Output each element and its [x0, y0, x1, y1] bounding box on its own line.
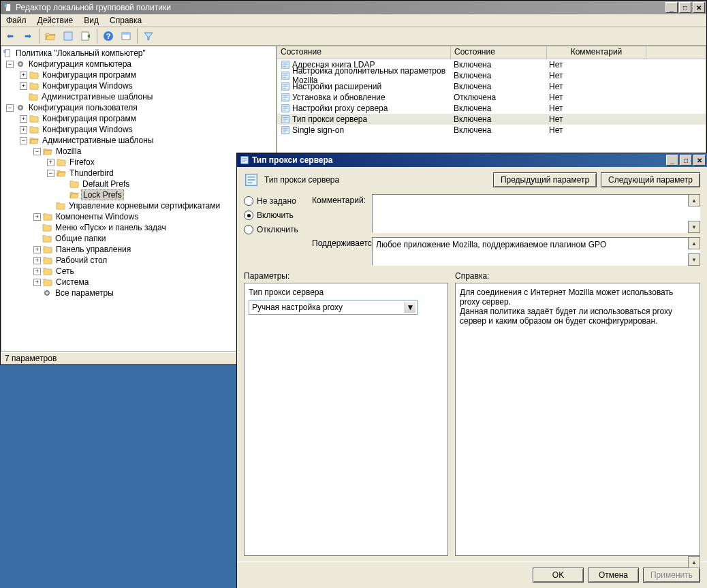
cancel-button[interactable]: Отмена: [588, 568, 639, 583]
status-text: 7 параметров: [1, 352, 268, 365]
minimize-button[interactable]: _: [665, 2, 678, 13]
filter-button[interactable]: [140, 28, 157, 44]
folder-icon: [43, 146, 52, 156]
tree-conf-computer[interactable]: Конфигурация компьютера: [27, 59, 133, 69]
close-button[interactable]: ✕: [693, 2, 705, 13]
scroll-up-icon[interactable]: ▲: [688, 556, 700, 568]
expand-toggle[interactable]: −: [6, 61, 14, 68]
tree-item[interactable]: Административные шаблоны: [41, 136, 155, 145]
col-comment[interactable]: Комментарий: [547, 46, 646, 59]
tree-conf-user[interactable]: Конфигурация пользователя: [27, 103, 139, 112]
nav-back-button[interactable]: ⬅: [2, 28, 18, 44]
expand-toggle[interactable]: +: [33, 279, 41, 286]
tree-item[interactable]: Конфигурация программ: [41, 70, 138, 80]
expand-toggle[interactable]: −: [47, 170, 54, 177]
tree-root[interactable]: Политика "Локальный компьютер": [14, 48, 147, 58]
maximize-button[interactable]: □: [679, 2, 691, 13]
main-titlebar[interactable]: Редактор локальной групповой политики _ …: [1, 1, 706, 14]
folder-icon: [43, 277, 52, 287]
help-button[interactable]: ?: [100, 28, 116, 44]
expand-toggle[interactable]: +: [33, 213, 41, 221]
prev-param-button[interactable]: Предыдущий параметр: [493, 172, 597, 187]
expand-toggle[interactable]: −: [33, 148, 41, 155]
col-state[interactable]: Состояние: [277, 46, 451, 59]
tree-item[interactable]: Общие папки: [54, 234, 107, 243]
tree-item[interactable]: Административные шаблоны: [40, 92, 154, 102]
tree-item[interactable]: Сеть: [54, 266, 76, 276]
folder-icon: [43, 212, 52, 221]
dialog-titlebar[interactable]: Тип прокси сервера _ □ ✕: [237, 153, 707, 167]
tree-item[interactable]: Конфигурация программ: [41, 114, 138, 123]
tree-mozilla[interactable]: Mozilla: [54, 146, 82, 156]
list-item-name: Single sign-on: [292, 125, 344, 135]
list-view-button[interactable]: [60, 28, 76, 44]
tree-thunderbird[interactable]: Thunderbird: [68, 168, 115, 178]
tree-item[interactable]: Система: [54, 277, 90, 287]
radio-not-set[interactable]: Не задано: [244, 194, 312, 208]
tree-item[interactable]: Конфигурация Windows: [41, 81, 134, 91]
radio-enable[interactable]: Включить: [244, 208, 312, 223]
expand-toggle[interactable]: −: [20, 137, 27, 144]
col-state2[interactable]: Состояние: [451, 46, 547, 59]
list-item-name: Тип прокси сервера: [292, 114, 367, 124]
tree-all-params[interactable]: Все параметры: [54, 288, 115, 298]
comment-textarea[interactable]: [372, 194, 700, 233]
tree-item[interactable]: Конфигурация Windows: [41, 125, 134, 134]
list-row[interactable]: Настройки расширенийВключенаНет: [277, 81, 706, 92]
list-item-comment: Нет: [549, 93, 563, 102]
expand-toggle[interactable]: +: [20, 82, 27, 90]
tree-item[interactable]: Компоненты Windows: [54, 212, 140, 221]
minimize-button[interactable]: _: [666, 155, 678, 166]
list-row[interactable]: Настройка дополнительных параметров Mozi…: [277, 70, 706, 81]
expand-toggle[interactable]: +: [47, 159, 54, 166]
folder-icon: [29, 70, 39, 80]
folder-icon: [42, 234, 52, 243]
expand-toggle[interactable]: +: [33, 246, 41, 253]
export-button[interactable]: [78, 28, 94, 44]
menu-file[interactable]: Файл: [1, 14, 32, 27]
list-row[interactable]: Тип прокси сервераВключенаНет: [277, 114, 706, 125]
proxy-type-select[interactable]: Ручная настройка proxy ▼: [249, 300, 418, 315]
list-row[interactable]: Установка и обновлениеОтключенаНет: [277, 92, 706, 103]
expand-toggle[interactable]: +: [20, 115, 27, 123]
list-item-name: Настройки расширений: [292, 82, 381, 91]
gear-icon: [16, 59, 25, 69]
scroll-up-icon[interactable]: ▲: [688, 194, 700, 206]
param-name: Тип прокси сервера: [249, 288, 443, 297]
expand-toggle[interactable]: +: [20, 126, 27, 134]
tree-item[interactable]: Рабочий стол: [54, 256, 108, 265]
tree-firefox[interactable]: Firefox: [68, 157, 96, 167]
next-param-button[interactable]: Следующий параметр: [601, 172, 700, 187]
scroll-up-icon[interactable]: ▲: [688, 237, 700, 249]
tree-item[interactable]: Панель управления: [54, 245, 132, 254]
close-button[interactable]: ✕: [693, 155, 706, 166]
policy-icon: [281, 71, 290, 80]
expand-toggle[interactable]: +: [33, 257, 41, 264]
svg-rect-10: [122, 33, 130, 35]
tree-item[interactable]: Меню «Пуск» и панель задач: [54, 223, 168, 232]
menu-help[interactable]: Справка: [104, 14, 147, 27]
radio-disable[interactable]: Отключить: [244, 223, 312, 236]
policy-icon: [281, 125, 290, 135]
menu-view[interactable]: Вид: [78, 14, 104, 27]
tree-default-prefs[interactable]: Default Prefs: [81, 179, 131, 189]
scroll-down-icon[interactable]: ▼: [688, 253, 700, 266]
properties-button[interactable]: [118, 28, 134, 44]
help-panel: Для соединения с Интернет Mozilla может …: [455, 283, 700, 556]
ok-button[interactable]: OK: [533, 568, 584, 583]
list-item-state: Включена: [454, 82, 491, 91]
tree-root-cert[interactable]: Управление корневыми сертификатами: [67, 201, 221, 211]
menu-action[interactable]: Действие: [32, 14, 79, 27]
nav-forward-button[interactable]: ➡: [20, 28, 36, 44]
list-row[interactable]: Single sign-onВключенаНет: [277, 125, 706, 136]
expand-toggle[interactable]: −: [6, 104, 14, 112]
up-button[interactable]: [42, 28, 59, 44]
maximize-button[interactable]: □: [680, 155, 692, 166]
expand-toggle[interactable]: +: [20, 72, 27, 79]
tree-lock-prefs[interactable]: Lock Prefs: [81, 189, 124, 200]
expand-toggle[interactable]: +: [33, 268, 41, 275]
apply-button[interactable]: Применить: [643, 568, 700, 583]
scroll-down-icon[interactable]: ▼: [688, 221, 700, 233]
tree-pane[interactable]: Политика "Локальный компьютер" −Конфигур…: [1, 46, 277, 352]
list-row[interactable]: Настройки proxy сервераВключенаНет: [277, 103, 706, 114]
